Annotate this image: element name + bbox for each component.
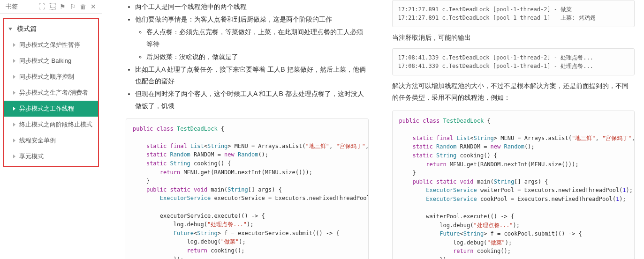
list-item: 但现在同时来了两个客人，这个时候工人A 和工人B 都去处理点餐了，这时没人做饭了…	[135, 88, 369, 111]
nav-section-label: 模式篇	[17, 25, 37, 32]
log-output-2: 17:08:41.339 c.TestDeadLock [pool-1-thre…	[392, 48, 635, 75]
sidebar-item-5[interactable]: 终止模式之两阶段终止模式	[4, 117, 98, 133]
chevron-right-icon	[13, 59, 15, 63]
sidebar-item-1[interactable]: 同步模式之 Balking	[4, 53, 98, 69]
paragraph: 解决方法可以增加线程池的大小，不过不是根本解决方案，还是前面提到的，不同的任务类…	[392, 80, 635, 104]
code-block-right: public class TestDeadLock { static final…	[392, 111, 635, 259]
main-content: 两个工人是同一个线程池中的两个线程他们要做的事情是：为客人点餐和到后厨做菜，这是…	[102, 0, 644, 259]
sidebar-item-label: 同步模式之保护性暂停	[19, 41, 80, 49]
sidebar-toolbar: 书签 ⛶ ⿺ ⚑ ⚐ 🗑 ✕	[0, 0, 102, 14]
sidebar-title: 书签	[4, 2, 18, 11]
sidebar-item-label: 同步模式之 Balking	[19, 57, 71, 65]
bookmark-outline-highlight: 模式篇 同步模式之保护性暂停同步模式之 Balking同步模式之顺序控制异步模式…	[3, 18, 99, 167]
sidebar-item-7[interactable]: 享元模式	[4, 148, 98, 164]
delete-icon[interactable]: 🗑	[78, 2, 88, 11]
chevron-right-icon	[13, 91, 15, 95]
sidebar-item-label: 享元模式	[19, 152, 44, 161]
sidebar-item-3[interactable]: 异步模式之生产者/消费者	[4, 85, 98, 101]
collapse-icon[interactable]: ⿺	[47, 2, 57, 11]
list-item: 他们要做的事情是：为客人点餐和到后厨做菜，这是两个阶段的工作客人点餐：必须先点完…	[135, 14, 369, 63]
chevron-right-icon	[13, 139, 15, 142]
list-item: 客人点餐：必须先点完餐，等菜做好，上菜，在此期间处理点餐的工人必须等待	[146, 26, 369, 50]
sidebar-item-label: 线程安全单例	[19, 136, 56, 145]
close-icon[interactable]: ✕	[89, 2, 98, 11]
chevron-right-icon	[13, 107, 15, 111]
chevron-right-icon	[13, 123, 15, 126]
list-item: 比如工人A 处理了点餐任务，接下来它要等着 工人B 把菜做好，然后上菜，他俩也配…	[135, 64, 369, 87]
sidebar-item-6[interactable]: 线程安全单例	[4, 133, 98, 148]
sidebar-item-2[interactable]: 同步模式之顺序控制	[4, 69, 98, 85]
add-bookmark-icon[interactable]: ⚑	[58, 2, 67, 11]
sidebar-item-4[interactable]: 异步模式之工作线程	[4, 101, 98, 117]
right-column: 17:21:27.891 c.TestDeadLock [pool-1-thre…	[378, 0, 644, 259]
chevron-right-icon	[13, 75, 15, 79]
chevron-down-icon	[8, 28, 12, 30]
nav-list: 同步模式之保护性暂停同步模式之 Balking同步模式之顺序控制异步模式之生产者…	[4, 37, 98, 164]
chevron-right-icon	[13, 155, 15, 158]
sidebar-item-label: 终止模式之两阶段终止模式	[19, 120, 92, 129]
unflag-icon[interactable]: ⚐	[68, 2, 77, 11]
chevron-right-icon	[13, 43, 15, 47]
sidebar-item-label: 同步模式之顺序控制	[19, 73, 74, 81]
code-block-left: public class TestDeadLock { static final…	[126, 118, 369, 259]
paragraph: 当注释取消后，可能的输出	[392, 32, 635, 44]
sidebar-item-label: 异步模式之生产者/消费者	[19, 89, 88, 97]
sidebar-item-label: 异步模式之工作线程	[19, 104, 74, 113]
left-column: 两个工人是同一个线程池中的两个线程他们要做的事情是：为客人点餐和到后厨做菜，这是…	[102, 0, 378, 259]
bullet-list: 两个工人是同一个线程池中的两个线程他们要做的事情是：为客人点餐和到后厨做菜，这是…	[126, 1, 369, 112]
log-output-1: 17:21:27.891 c.TestDeadLock [pool-1-thre…	[392, 0, 635, 27]
list-item: 后厨做菜：没啥说的，做就是了	[146, 51, 369, 63]
sidebar-item-0[interactable]: 同步模式之保护性暂停	[4, 37, 98, 53]
nav-section-header[interactable]: 模式篇	[4, 21, 98, 37]
list-item: 两个工人是同一个线程池中的两个线程	[135, 1, 369, 13]
sidebar: 书签 ⛶ ⿺ ⚑ ⚐ 🗑 ✕ 模式篇 同步模式之保护性暂停同步模式之 Balki…	[0, 0, 102, 259]
expand-icon[interactable]: ⛶	[37, 2, 46, 11]
